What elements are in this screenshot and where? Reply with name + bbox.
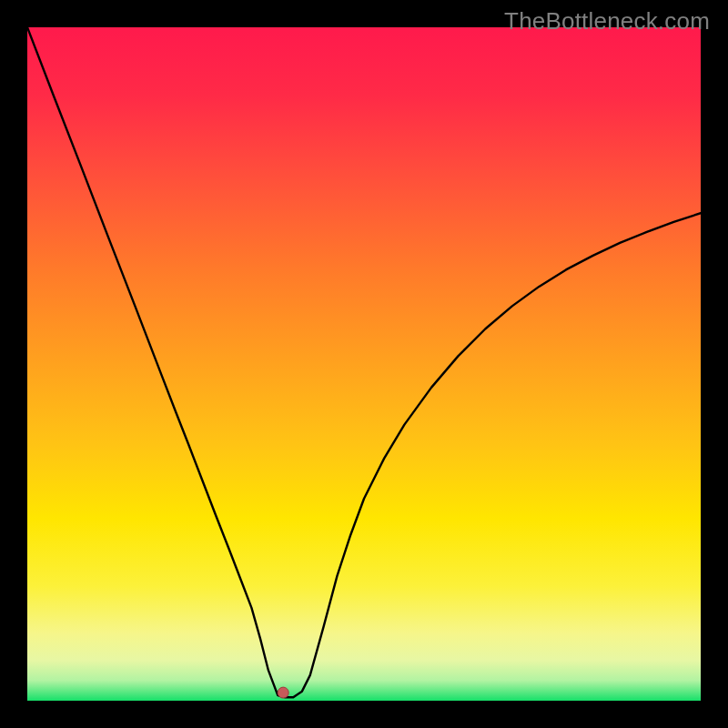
svg-point-1 xyxy=(278,687,288,698)
bottleneck-curve xyxy=(27,27,701,701)
watermark-text: TheBottleneck.com xyxy=(504,7,710,35)
chart-frame: TheBottleneck.com xyxy=(0,0,728,728)
plot-area xyxy=(27,27,701,701)
